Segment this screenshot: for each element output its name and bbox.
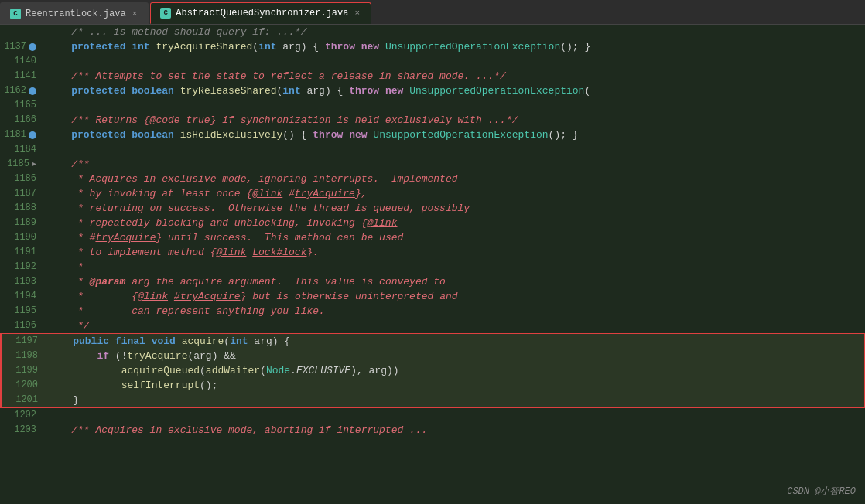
line-content: /** Acquires in exclusive mode, aborting… — [43, 423, 865, 438]
watermark: CSDN @小智REO — [787, 485, 856, 498]
breakpoint-dot — [29, 131, 36, 139]
table-row: 1203 /** Acquires in exclusive mode, abo… — [0, 423, 865, 438]
line-number: 1201 — [2, 393, 44, 407]
table-row: 1187 * by invoking at least once {@link … — [0, 186, 865, 201]
close-tab-abstractqueued[interactable]: × — [353, 9, 361, 18]
line-content: * repeatedly blocking and unblocking, in… — [43, 216, 865, 230]
table-row: 1166 /** Returns {@code true} if synchro… — [0, 113, 865, 128]
line-content: acquireQueued(addWaiter(Node.EXCLUSIVE),… — [44, 363, 864, 378]
table-row: 1188 * returning on success. Otherwise t… — [0, 201, 865, 216]
line-content: /* ... is method should query if: ...*/ — [43, 25, 865, 39]
arrow-icon: ▶ — [32, 157, 36, 172]
line-number: 1191 — [0, 245, 43, 260]
line-number: 1192 — [0, 260, 43, 274]
line-number: 1185 ▶ — [0, 157, 43, 172]
line-number: 1195 — [0, 304, 43, 318]
table-row: 1199 acquireQueued(addWaiter(Node.EXCLUS… — [0, 363, 865, 378]
line-number: 1194 — [0, 289, 43, 304]
line-number: 1187 — [0, 186, 43, 201]
line-number: 1137 — [0, 39, 43, 54]
line-number: 1197 — [2, 334, 44, 349]
line-content: /** Returns {@code true} if synchronizat… — [43, 113, 865, 128]
line-number: 1184 — [0, 142, 43, 157]
table-row: 1195 * can represent anything you like. — [0, 304, 865, 318]
line-content: protected boolean tryReleaseShared(int a… — [43, 83, 865, 98]
line-content: selfInterrupt(); — [44, 378, 864, 393]
table-row: 1189 * repeatedly blocking and unblockin… — [0, 216, 865, 230]
line-content: * to implement method {@link Lock#lock}. — [43, 245, 865, 260]
editor-container: C ReentrantLock.java × C AbstractQueuedS… — [0, 0, 865, 504]
line-number: 1140 — [0, 54, 43, 69]
line-number: 1186 — [0, 172, 43, 186]
line-content: * — [43, 260, 865, 274]
line-number: 1202 — [0, 408, 43, 423]
line-number: 1199 — [2, 363, 44, 378]
breakpoint-dot — [29, 87, 36, 95]
table-row: 1198 if (!tryAcquire(arg) && — [0, 349, 865, 363]
table-row: 1137 protected int tryAcquireShared(int … — [0, 39, 865, 54]
line-number: 1162 — [0, 83, 43, 98]
table-row: 1186 * Acquires in exclusive mode, ignor… — [0, 172, 865, 186]
line-number: 1189 — [0, 216, 43, 230]
line-content: * {@link #tryAcquire} but is otherwise u… — [43, 289, 865, 304]
tab-reentrantlock[interactable]: C ReentrantLock.java × — [0, 2, 149, 24]
table-row: 1190 * #tryAcquire} until success. This … — [0, 230, 865, 245]
line-content: * can represent anything you like. — [43, 304, 865, 318]
line-content: * #tryAcquire} until success. This metho… — [43, 230, 865, 245]
line-content: /** Attempts to set the state to reflect… — [43, 69, 865, 83]
line-content: * returning on success. Otherwise the th… — [43, 201, 865, 216]
line-number: 1188 — [0, 201, 43, 216]
line-number: 1190 — [0, 230, 43, 245]
close-tab-reentrantlock[interactable]: × — [131, 9, 139, 19]
line-number: 1166 — [0, 113, 43, 128]
table-row: 1140 — [0, 54, 865, 69]
line-number: 1165 — [0, 98, 43, 113]
line-number: 1141 — [0, 69, 43, 83]
line-content: /** — [43, 157, 865, 172]
line-number: 1200 — [2, 378, 44, 393]
line-content: if (!tryAcquire(arg) && — [44, 349, 864, 363]
table-row: 1185 ▶ /** — [0, 157, 865, 172]
code-lines: /* ... is method should query if: ...*/ … — [0, 25, 865, 438]
table-row: /* ... is method should query if: ...*/ — [0, 25, 865, 39]
tab-abstractqueued[interactable]: C AbstractQueuedSynchronizer.java × — [150, 2, 371, 24]
tab-label-reentrantlock: ReentrantLock.java — [26, 9, 126, 19]
line-content: * by invoking at least once {@link #tryA… — [43, 186, 865, 201]
table-row: 1194 * {@link #tryAcquire} but is otherw… — [0, 289, 865, 304]
line-number: 1193 — [0, 274, 43, 289]
line-content: * Acquires in exclusive mode, ignoring i… — [43, 172, 865, 186]
table-row: 1165 — [0, 98, 865, 113]
table-row: 1197 public final void acquire(int arg) … — [0, 333, 865, 349]
line-number: 1181 — [0, 128, 43, 142]
tab-bar: C ReentrantLock.java × C AbstractQueuedS… — [0, 0, 865, 25]
tab-label-abstractqueued: AbstractQueuedSynchronizer.java — [176, 8, 348, 19]
line-number: 1198 — [2, 349, 44, 363]
line-content: } — [44, 393, 864, 407]
table-row: 1181 protected boolean isHeldExclusively… — [0, 128, 865, 142]
table-row: 1193 * @param arg the acquire argument. … — [0, 274, 865, 289]
tab-icon-reentrantlock: C — [10, 9, 21, 19]
table-row: 1200 selfInterrupt(); — [0, 378, 865, 393]
line-content: public final void acquire(int arg) { — [44, 334, 864, 349]
table-row: 1191 * to implement method {@link Lock#l… — [0, 245, 865, 260]
breakpoint-dot — [29, 43, 36, 51]
table-row: 1141 /** Attempts to set the state to re… — [0, 69, 865, 83]
line-content: protected int tryAcquireShared(int arg) … — [43, 39, 865, 54]
line-number: 1196 — [0, 318, 43, 333]
line-number: 1203 — [0, 423, 43, 438]
line-content: * @param arg the acquire argument. This … — [43, 274, 865, 289]
table-row: 1201 } — [0, 393, 865, 408]
table-row: 1184 — [0, 142, 865, 157]
table-row: 1162 protected boolean tryReleaseShared(… — [0, 83, 865, 98]
line-content: protected boolean isHeldExclusively() { … — [43, 128, 865, 142]
line-content: */ — [43, 318, 865, 333]
table-row: 1196 */ — [0, 318, 865, 333]
table-row: 1202 — [0, 408, 865, 423]
code-area[interactable]: /* ... is method should query if: ...*/ … — [0, 25, 865, 504]
tab-icon-abstractqueued: C — [160, 8, 171, 19]
table-row: 1192 * — [0, 260, 865, 274]
